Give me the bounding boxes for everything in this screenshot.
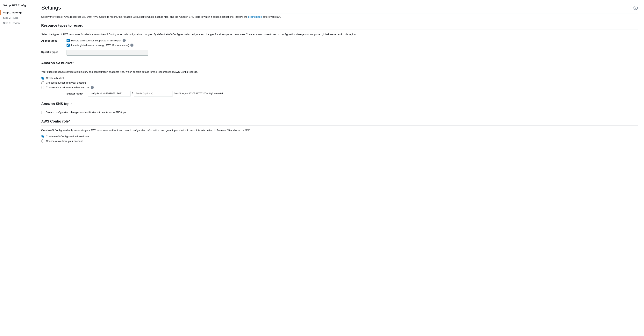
specific-types-controls	[66, 50, 638, 56]
all-resources-label: All resources	[41, 39, 66, 42]
sidebar-item-step1[interactable]: Step 1: Settings	[0, 10, 35, 15]
sidebar-item-step2[interactable]: Step 2: Rules	[0, 15, 35, 20]
role-radio-group: Create AWS Config service-linked role Ch…	[41, 135, 638, 143]
global-resources-label: Include global resources (e.g., AWS IAM …	[71, 44, 129, 47]
choose-role-radio[interactable]	[41, 139, 44, 143]
create-bucket-label: Create a bucket	[46, 77, 64, 79]
prefix-input[interactable]	[134, 91, 173, 96]
main-content: Settings ? Specify the types of AWS reso…	[35, 0, 644, 153]
choose-bucket-other-radio[interactable]	[41, 86, 44, 89]
sidebar-item-step3[interactable]: Step 3: Review	[0, 20, 35, 26]
bucket-suffix: / AWSLogs/436305317671/Config/us-east-1	[174, 92, 223, 95]
create-bucket-radio[interactable]	[41, 77, 44, 80]
create-role-radio[interactable]	[41, 135, 44, 138]
choose-bucket-account-radio-row: Choose a bucket from your account	[41, 81, 638, 84]
create-bucket-radio-row: Create a bucket	[41, 77, 638, 80]
sns-section-title: Amazon SNS topic	[41, 102, 638, 108]
page-header: Settings ?	[41, 5, 638, 13]
s3-section-desc: Your bucket receives configuration histo…	[41, 70, 638, 74]
page-description: Specify the types of AWS resources you w…	[41, 15, 638, 19]
choose-bucket-account-radio[interactable]	[41, 81, 44, 84]
bucket-name-label: Bucket name*	[66, 92, 88, 95]
help-icon[interactable]: ?	[634, 6, 638, 10]
sidebar: Set up AWS Config Step 1: Settings Step …	[0, 0, 35, 153]
s3-radio-group: Create a bucket Choose a bucket from you…	[41, 77, 638, 89]
resource-section-title: Resource types to record	[41, 23, 638, 30]
create-role-label: Create AWS Config service-linked role	[46, 135, 89, 138]
specific-types-row: Specific types	[41, 50, 638, 56]
page-title: Settings	[41, 5, 61, 11]
global-resources-checkbox-row: Include global resources (e.g., AWS IAM …	[66, 43, 638, 47]
aws-config-role-section: AWS Config role* Grant AWS Config read-o…	[41, 119, 638, 143]
record-all-checkbox[interactable]	[66, 39, 70, 42]
record-all-label: Record all resources supported in this r…	[71, 39, 122, 42]
global-resources-checkbox[interactable]	[66, 43, 70, 47]
all-resources-controls: Record all resources supported in this r…	[66, 39, 638, 48]
choose-bucket-account-label: Choose a bucket from your account	[46, 81, 86, 84]
choose-role-radio-row: Choose a role from your account	[41, 139, 638, 143]
record-all-checkbox-row: Record all resources supported in this r…	[66, 39, 638, 42]
sidebar-title: Set up AWS Config	[0, 4, 35, 10]
specific-types-input[interactable]	[66, 50, 148, 56]
all-resources-row: All resources Record all resources suppo…	[41, 39, 638, 48]
s3-section-title: Amazon S3 bucket*	[41, 61, 638, 67]
sns-stream-label: Stream configuration changes and notific…	[46, 111, 127, 114]
sns-topic-section: Amazon SNS topic Stream configuration ch…	[41, 102, 638, 114]
bucket-name-row: Bucket name* / / AWSLogs/436305317671/Co…	[66, 91, 638, 96]
sns-stream-checkbox-row: Stream configuration changes and notific…	[41, 111, 638, 114]
global-resources-info-icon[interactable]: i	[130, 43, 134, 47]
sns-stream-checkbox[interactable]	[41, 111, 44, 114]
pricing-link[interactable]: pricing page	[248, 15, 262, 18]
choose-bucket-other-label: Choose a bucket from another account	[46, 86, 90, 89]
bucket-separator-1: /	[132, 92, 133, 95]
choose-bucket-other-radio-row: Choose a bucket from another account i	[41, 86, 638, 89]
record-all-info-icon[interactable]: i	[122, 39, 126, 42]
bucket-name-input[interactable]	[88, 91, 131, 96]
choose-bucket-other-info-icon[interactable]: i	[91, 86, 94, 89]
create-role-radio-row: Create AWS Config service-linked role	[41, 135, 638, 138]
role-section-title: AWS Config role*	[41, 119, 638, 126]
choose-role-label: Choose a role from your account	[46, 140, 83, 143]
s3-bucket-section: Amazon S3 bucket* Your bucket receives c…	[41, 61, 638, 96]
resource-section-desc: Select the types of AWS resources for wh…	[41, 32, 638, 36]
resource-types-section: Resource types to record Select the type…	[41, 23, 638, 56]
specific-types-label: Specific types	[41, 50, 66, 53]
role-section-desc: Grant AWS Config read-only access to you…	[41, 128, 638, 132]
